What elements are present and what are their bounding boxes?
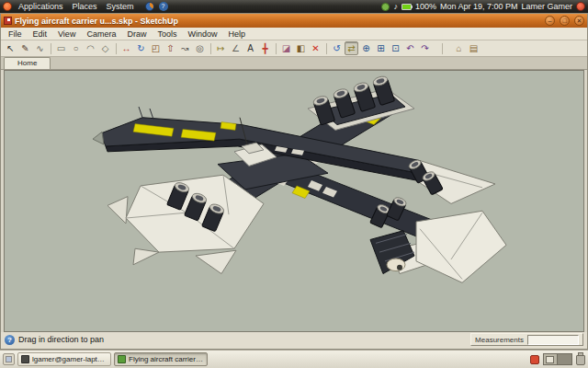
measurements-box: Measurements [470, 333, 583, 346]
axes-icon: ╋ [262, 44, 267, 53]
toolbar: ↖✎∿▭○◠◇↔↻◰⇧↝◎↦∠A╋◪◧✕↺⇄⊕⊞⊡↶↷⌂▤ [1, 40, 587, 57]
status-hint: Drag in direction to pan [18, 335, 104, 344]
battery-icon[interactable] [401, 4, 412, 10]
workspace-1[interactable] [544, 354, 558, 364]
tab-home[interactable]: Home [4, 57, 51, 69]
line-icon: ✎ [21, 44, 28, 53]
measurements-label: Measurements [475, 336, 524, 344]
polygon-tool[interactable]: ◇ [98, 41, 112, 55]
arc-tool[interactable]: ◠ [84, 41, 97, 55]
sketchup-icon [118, 355, 126, 363]
next-view-icon: ↷ [421, 44, 428, 53]
eraser-icon: ◪ [282, 44, 290, 53]
menu-system[interactable]: System [102, 0, 139, 13]
rectangle-tool[interactable]: ▭ [54, 41, 68, 55]
minimize-button[interactable]: – [545, 16, 555, 26]
scale-tool[interactable]: ◰ [149, 41, 163, 55]
menu-applications[interactable]: Applications [14, 0, 68, 13]
push-pull-tool[interactable]: ⇧ [164, 41, 177, 55]
menu-window[interactable]: Window [182, 29, 222, 39]
get-models-icon: ⌂ [456, 44, 461, 53]
menu-places[interactable]: Places [68, 0, 102, 13]
show-desktop-icon[interactable] [3, 353, 15, 365]
clock[interactable]: Mon Apr 19, 7:00 PM [440, 2, 518, 11]
zoom-tool[interactable]: ⊕ [359, 41, 373, 55]
sketchup-window-icon [4, 17, 12, 25]
zoom-extents-tool[interactable]: ⊡ [389, 41, 402, 55]
toolbar-separator [442, 43, 443, 54]
orbit-tool[interactable]: ↺ [330, 41, 344, 55]
protractor-tool[interactable]: ∠ [229, 41, 243, 55]
toolbar-separator [210, 43, 211, 54]
menu-tools[interactable]: Tools [152, 29, 182, 39]
update-applet-icon[interactable] [381, 3, 390, 11]
toolbar-separator [116, 43, 117, 54]
aircraft-carrier-model [93, 75, 506, 282]
previous-view-tool[interactable]: ↶ [403, 41, 417, 55]
pan-tool[interactable]: ⇄ [345, 41, 358, 55]
text-icon: A [247, 44, 254, 53]
line-tool[interactable]: ✎ [18, 41, 32, 55]
paint-bucket-tool[interactable]: ◧ [294, 41, 308, 55]
next-view-tool[interactable]: ↷ [418, 41, 432, 55]
measurements-input[interactable] [527, 335, 579, 345]
previous-view-icon: ↶ [406, 44, 413, 53]
gnome-bottom-panel: lgamer@gamer-laptop...Flying aircraft ca… [0, 350, 588, 368]
zoom-window-tool[interactable]: ⊞ [374, 41, 388, 55]
circle-icon: ○ [73, 44, 78, 53]
menu-edit[interactable]: Edit [28, 29, 53, 39]
taskbar-window-sketchup[interactable]: Flying aircraft carrier u... [114, 352, 208, 366]
update-notifier-icon[interactable] [530, 355, 539, 364]
zoom-icon: ⊕ [362, 44, 369, 53]
workspace-2[interactable] [558, 354, 571, 364]
menu-view[interactable]: View [52, 29, 81, 39]
sketchup-window: Flying aircraft carrier u...s.skp - Sket… [0, 13, 588, 350]
battery-percent: 100% [415, 2, 436, 11]
ubuntu-menu-icon[interactable] [3, 2, 12, 11]
titlebar[interactable]: Flying aircraft carrier u...s.skp - Sket… [1, 14, 587, 28]
rotate-tool[interactable]: ↻ [134, 41, 148, 55]
arc-icon: ◠ [86, 44, 95, 53]
taskbar-window-label: Flying aircraft carrier u... [129, 355, 204, 363]
follow-me-tool[interactable]: ↝ [178, 41, 192, 55]
menu-file[interactable]: File [3, 29, 28, 39]
help-launcher-icon[interactable]: ? [159, 2, 168, 11]
top-panel-status-area: ♪ 100% Mon Apr 19, 7:00 PM Lamer Gamer [381, 2, 585, 11]
pan-icon: ⇄ [347, 44, 355, 53]
trash-icon[interactable] [576, 355, 585, 365]
get-models-tool[interactable]: ⌂ [452, 41, 466, 55]
context-help-icon[interactable]: ? [5, 335, 15, 345]
circle-tool[interactable]: ○ [69, 41, 83, 55]
offset-tool[interactable]: ◎ [193, 41, 207, 55]
zoom-extents-icon: ⊡ [391, 44, 399, 53]
user-menu[interactable]: Lamer Gamer [521, 2, 572, 11]
delete-icon: ✕ [311, 44, 319, 53]
move-tool[interactable]: ↔ [119, 41, 133, 55]
text-tool[interactable]: A [243, 41, 257, 55]
bottom-panel-right [530, 353, 585, 365]
menu-help[interactable]: Help [222, 29, 251, 39]
freehand-tool[interactable]: ∿ [33, 41, 47, 55]
share-model-tool[interactable]: ▤ [467, 41, 481, 55]
eraser-tool[interactable]: ◪ [279, 41, 293, 55]
rotate-icon: ↻ [137, 44, 144, 53]
close-button[interactable]: ✕ [574, 16, 584, 26]
paint-bucket-icon: ◧ [297, 44, 305, 53]
viewport[interactable] [4, 70, 584, 332]
firefox-launcher-icon[interactable] [145, 2, 154, 11]
window-list: lgamer@gamer-laptop...Flying aircraft ca… [17, 352, 208, 366]
top-panel-menus: ApplicationsPlacesSystem [14, 0, 139, 13]
window-title: Flying aircraft carrier u...s.skp - Sket… [15, 17, 540, 26]
tape-measure-tool[interactable]: ↦ [214, 41, 228, 55]
menu-camera[interactable]: Camera [81, 29, 121, 39]
power-icon[interactable] [576, 2, 585, 11]
delete-tool[interactable]: ✕ [309, 41, 322, 55]
axes-tool[interactable]: ╋ [258, 41, 272, 55]
taskbar-window-terminal[interactable]: lgamer@gamer-laptop... [17, 352, 111, 366]
menu-draw[interactable]: Draw [121, 29, 152, 39]
maximize-button[interactable]: □ [560, 16, 570, 26]
volume-icon[interactable]: ♪ [393, 2, 398, 11]
select-tool[interactable]: ↖ [4, 41, 17, 55]
freehand-icon: ∿ [36, 44, 43, 53]
workspace-switcher[interactable] [543, 353, 572, 365]
